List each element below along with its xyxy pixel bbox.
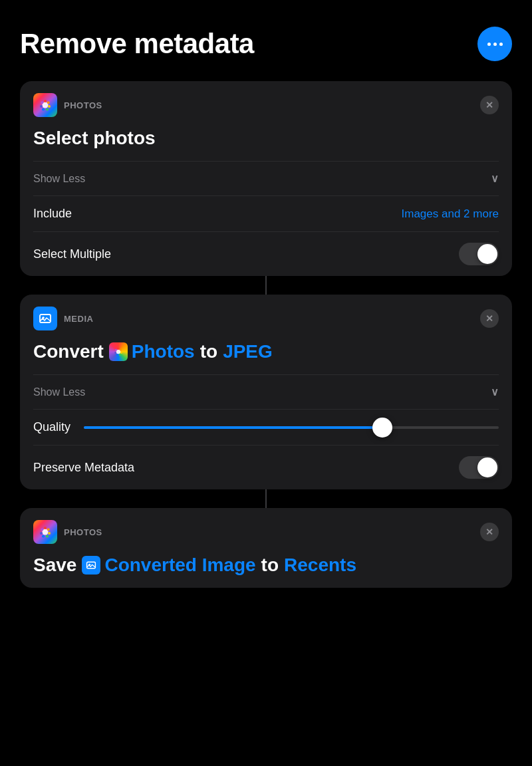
card-photos-1: PHOTOS ✕ Select photos Show Less ∨ Inclu… xyxy=(20,81,512,276)
chevron-down-icon: ∨ xyxy=(491,386,499,398)
action-word: Convert xyxy=(33,341,104,362)
slider-track[interactable] xyxy=(84,426,499,429)
svg-rect-26 xyxy=(87,562,96,569)
toggle-thumb xyxy=(477,244,497,264)
card-header-left: PHOTOS xyxy=(33,93,102,117)
quality-slider-container xyxy=(84,426,499,429)
card-close-button[interactable]: ✕ xyxy=(480,523,499,541)
toggle-thumb xyxy=(477,457,497,477)
toggle-preserve-metadata-row[interactable] xyxy=(459,456,499,479)
svg-point-2 xyxy=(47,101,50,104)
action-text: Select photos xyxy=(33,128,156,149)
inline-media-icon xyxy=(82,556,100,574)
action-word: Save xyxy=(33,555,76,576)
svg-point-5 xyxy=(42,108,45,111)
svg-rect-8 xyxy=(40,315,51,322)
row-label: Include xyxy=(33,207,72,221)
photos-app-icon xyxy=(33,520,57,544)
slider-thumb[interactable] xyxy=(372,418,392,438)
card-row: Preserve Metadata xyxy=(20,446,512,489)
svg-point-3 xyxy=(48,105,51,108)
card-row: Include Images and 2 more xyxy=(20,196,512,231)
svg-point-11 xyxy=(117,348,119,350)
svg-point-4 xyxy=(46,108,49,111)
page-title: Remove metadata xyxy=(20,28,254,60)
toggle-select-multiple-row[interactable] xyxy=(459,243,499,265)
action-blue-photos-link[interactable]: Photos xyxy=(109,341,195,362)
action-word: to xyxy=(200,341,217,362)
show-less-row[interactable]: Show Less ∨ xyxy=(20,162,512,195)
svg-point-25 xyxy=(41,528,43,531)
svg-point-7 xyxy=(41,101,43,104)
card-row: Select Multiple xyxy=(20,232,512,276)
card-main-action: Convert PhotostoJPEG xyxy=(20,337,512,374)
show-less-label: Show Less xyxy=(33,173,85,185)
svg-point-16 xyxy=(114,352,116,354)
card-photos-2: PHOTOS ✕ Save Converted ImagetoRecents xyxy=(20,508,512,588)
svg-point-23 xyxy=(42,535,45,538)
svg-point-20 xyxy=(47,528,50,531)
svg-point-14 xyxy=(119,354,121,356)
chevron-down-icon: ∨ xyxy=(491,172,499,185)
media-app-icon xyxy=(33,307,57,330)
more-dots-icon xyxy=(487,43,503,46)
row-label: Select Multiple xyxy=(33,247,111,261)
cards-container: PHOTOS ✕ Select photos Show Less ∨ Inclu… xyxy=(20,81,512,588)
action-word: to xyxy=(261,555,279,576)
svg-point-15 xyxy=(116,354,118,356)
action-blue-link[interactable]: JPEG xyxy=(223,341,273,362)
section-label: MEDIA xyxy=(64,314,93,324)
slider-fill xyxy=(84,426,382,429)
svg-point-13 xyxy=(120,352,122,354)
card-media: MEDIA ✕ Convert PhotostoJPEG Show Less ∨… xyxy=(20,295,512,489)
card-close-button[interactable]: ✕ xyxy=(480,96,499,114)
show-less-label: Show Less xyxy=(33,386,85,398)
card-header: MEDIA ✕ xyxy=(20,295,512,337)
row-label: Quality xyxy=(33,420,70,434)
connector-line xyxy=(265,276,267,295)
svg-point-6 xyxy=(40,105,43,108)
inline-photos-icon xyxy=(109,342,128,361)
svg-point-21 xyxy=(48,532,51,535)
card-header: PHOTOS ✕ xyxy=(20,81,512,124)
svg-point-22 xyxy=(46,535,49,538)
action-blue-media-link[interactable]: Converted Image xyxy=(82,555,255,576)
row-value[interactable]: Images and 2 more xyxy=(402,207,499,221)
svg-point-19 xyxy=(44,527,47,529)
connector-line xyxy=(265,489,267,508)
card-header-left: MEDIA xyxy=(33,307,93,330)
svg-point-24 xyxy=(40,532,43,535)
quality-row: Quality xyxy=(20,410,512,445)
section-label: PHOTOS xyxy=(64,527,102,537)
card-close-button[interactable]: ✕ xyxy=(480,309,499,328)
svg-point-17 xyxy=(115,349,117,351)
page-header: Remove metadata xyxy=(20,27,512,61)
svg-point-1 xyxy=(44,100,47,102)
card-header: PHOTOS ✕ xyxy=(20,508,512,551)
section-label: PHOTOS xyxy=(64,100,102,110)
card-main-action: Select photos xyxy=(20,124,512,161)
show-less-row[interactable]: Show Less ∨ xyxy=(20,375,512,409)
more-button[interactable] xyxy=(477,27,512,61)
svg-point-12 xyxy=(120,349,122,351)
row-label: Preserve Metadata xyxy=(33,461,134,475)
action-blue-link[interactable]: Recents xyxy=(284,555,356,576)
card-header-left: PHOTOS xyxy=(33,520,102,544)
photos-app-icon xyxy=(33,93,57,117)
card-main-action: Save Converted ImagetoRecents xyxy=(20,551,512,588)
